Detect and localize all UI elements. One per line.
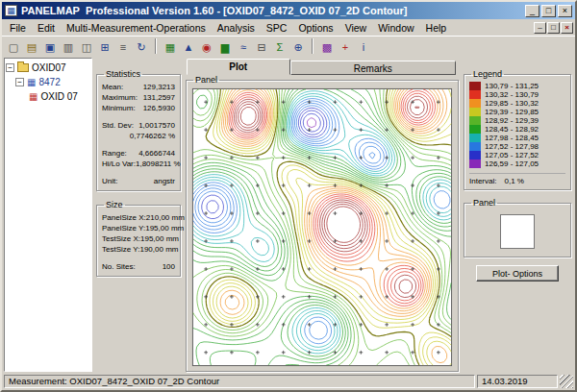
legend-group-title: Legend xyxy=(471,69,504,79)
panel-outline xyxy=(500,214,535,249)
stat-row-maximum: Maximum:131,2597 xyxy=(102,92,175,103)
menu-edit[interactable]: Edit xyxy=(32,21,61,35)
statistics-group-title: Statistics xyxy=(104,69,142,79)
plot-panel-title: Panel xyxy=(193,75,219,85)
legend-swatch xyxy=(469,125,481,134)
statistics-group: Statistics Mean:129,3213 Maximum:131,259… xyxy=(96,69,181,191)
panel-grid-icon: ▦ xyxy=(27,78,36,87)
sites-icon[interactable]: + xyxy=(337,38,354,55)
plot-3d-icon[interactable]: ▲ xyxy=(180,38,197,55)
window-cascade-icon[interactable]: ⊞ xyxy=(96,38,113,55)
client-area: − OXID07 − ▦ 8472 ▦ OXID 07 Statistics M… xyxy=(2,56,575,374)
tree-view-icon[interactable]: ≡ xyxy=(114,38,132,55)
legend-row: 129,39 - 129,85 xyxy=(469,108,565,116)
tree-item-label: OXID07 xyxy=(32,62,66,73)
menu-file[interactable]: File xyxy=(4,21,32,35)
minimize-button[interactable]: _ xyxy=(525,5,539,17)
legend-group: Legend 130,79 - 131,25 130,32 - 130,79 1… xyxy=(464,69,571,190)
tree-item-8472[interactable]: − ▦ 8472 xyxy=(6,75,90,89)
maximize-button[interactable]: □ xyxy=(541,5,556,17)
stat-row-mean: Mean:129,3213 xyxy=(102,82,175,92)
status-bar: Measurement: OXID07_8472_OXID 07_2D Cont… xyxy=(2,374,575,390)
size-row-testsize-x: TestSize X:195,00 mm xyxy=(102,233,175,244)
color-legend-icon[interactable]: ▩ xyxy=(318,38,336,55)
tree-item-oxid07[interactable]: − OXID07 xyxy=(6,61,90,75)
size-row-panelsize-y: PanelSize Y:195,00 mm xyxy=(102,223,175,233)
menu-multi-measurement-operations[interactable]: Multi-Measurement-Operations xyxy=(61,21,212,35)
legend-swatch xyxy=(469,159,481,168)
menu-options[interactable]: Options xyxy=(292,21,339,35)
zoom-in-icon[interactable]: ⊕ xyxy=(289,38,307,55)
status-date: 14.03.2019 xyxy=(477,375,558,388)
child-minimize-button[interactable]: – xyxy=(534,22,546,34)
menu-spc[interactable]: SPC xyxy=(261,21,293,35)
info-icon[interactable]: i xyxy=(355,38,372,55)
app-window: ▦ PANELMAP Professional Version 1.60 - [… xyxy=(0,0,577,392)
legend-row: 130,79 - 131,25 xyxy=(469,82,565,90)
new-document-icon[interactable]: ▢ xyxy=(5,38,22,55)
resize-grip[interactable] xyxy=(560,375,573,388)
child-close-button[interactable]: × xyxy=(561,22,573,34)
spc-chart-icon[interactable]: Σ xyxy=(271,38,288,55)
menu-window[interactable]: Window xyxy=(372,21,419,35)
contour-plot-svg xyxy=(191,87,453,367)
legend-interval: Interval:0,1 % xyxy=(469,173,565,185)
print-icon[interactable]: ▥ xyxy=(60,38,77,55)
size-row-no-sites: No. Sites:100 xyxy=(102,261,175,272)
folder-icon xyxy=(17,63,29,72)
legend-row: 130,32 - 130,79 xyxy=(469,90,565,99)
tab-remarks[interactable]: Remarks xyxy=(290,61,457,75)
open-panel-icon[interactable]: ▤ xyxy=(23,38,40,55)
stat-row-unit: Unit:angstr xyxy=(102,176,175,186)
toolbar-separator xyxy=(312,38,314,54)
histogram-icon[interactable]: ▆ xyxy=(216,38,234,55)
tree-item-label: 8472 xyxy=(38,77,60,87)
menu-help[interactable]: Help xyxy=(420,21,453,35)
stat-row-range: Range:4,6666744 xyxy=(102,148,175,159)
toolbar-separator xyxy=(155,38,157,54)
legend-swatch xyxy=(469,82,481,90)
legend-row: 127,05 - 127,52 xyxy=(469,151,565,159)
stat-row-hilovar: Hi/Lo Var:1,8098211 % xyxy=(102,159,175,169)
size-row-panelsize-x: PanelSize X:210,00 mm xyxy=(102,212,175,223)
window-title-rest: Professional Version 1.60 - [OXID07_8472… xyxy=(86,5,407,16)
legend-row: 129,85 - 130,32 xyxy=(469,99,565,108)
main-area: Statistics Mean:129,3213 Maximum:131,259… xyxy=(94,56,575,374)
legend-row: 128,45 - 128,92 xyxy=(469,125,565,134)
size-group-title: Size xyxy=(104,200,125,209)
size-group: Size PanelSize X:210,00 mm PanelSize Y:1… xyxy=(96,200,181,277)
right-column: Legend 130,79 - 131,25 130,32 - 130,79 1… xyxy=(464,59,571,372)
contour-plot-icon[interactable]: ◉ xyxy=(198,38,215,55)
window-title: PANELMAP Professional Version 1.60 - [OX… xyxy=(21,5,521,16)
legend-swatch xyxy=(469,99,481,108)
contour-plot[interactable] xyxy=(191,87,453,367)
measurement-icon: ▦ xyxy=(29,92,38,102)
tree-expand-icon[interactable]: − xyxy=(15,78,24,86)
tab-plot[interactable]: Plot xyxy=(187,59,290,75)
line-chart-icon[interactable]: ≈ xyxy=(235,38,252,55)
tree-expand-icon[interactable]: − xyxy=(6,63,14,72)
legend-row: 126,59 - 127,05 xyxy=(469,159,565,168)
close-button[interactable]: × xyxy=(558,5,572,17)
toolbar: ▢ ▤ ▣ ▥ ◫ ⊞ ≡ ↻ ▦ ▲ ◉ ▆ ≈ ⊟ Σ ⊕ ▩ + i xyxy=(2,36,575,56)
legend-swatch xyxy=(469,90,481,99)
stat-row-stddev-pct: 0,7746262 % xyxy=(102,131,175,141)
save-icon[interactable]: ▣ xyxy=(41,38,59,55)
plot-2d-icon[interactable]: ▦ xyxy=(162,38,179,55)
tree-item-label: OXID 07 xyxy=(40,91,77,102)
plot-options-button[interactable]: Plot- Options xyxy=(476,265,559,282)
title-bar[interactable]: ▦ PANELMAP Professional Version 1.60 - [… xyxy=(2,2,575,19)
plot-panel-group: Panel xyxy=(186,75,459,372)
child-restore-button[interactable]: □ xyxy=(547,22,560,34)
menu-view[interactable]: View xyxy=(339,21,373,35)
legend-row: 127,98 - 128,45 xyxy=(469,134,565,142)
status-measurement: Measurement: OXID07_8472_OXID 07_2D Cont… xyxy=(4,375,475,388)
legend-swatch xyxy=(469,142,481,151)
tree-item-oxid-07[interactable]: ▦ OXID 07 xyxy=(6,89,90,104)
refresh-icon[interactable]: ↻ xyxy=(133,38,150,55)
stat-row-minimum: Minimum:126,5930 xyxy=(102,103,175,113)
copy-icon[interactable]: ◫ xyxy=(78,38,95,55)
data-table-icon[interactable]: ⊟ xyxy=(253,38,270,55)
menu-analysis[interactable]: Analysis xyxy=(212,21,261,35)
app-icon: ▦ xyxy=(5,5,17,16)
